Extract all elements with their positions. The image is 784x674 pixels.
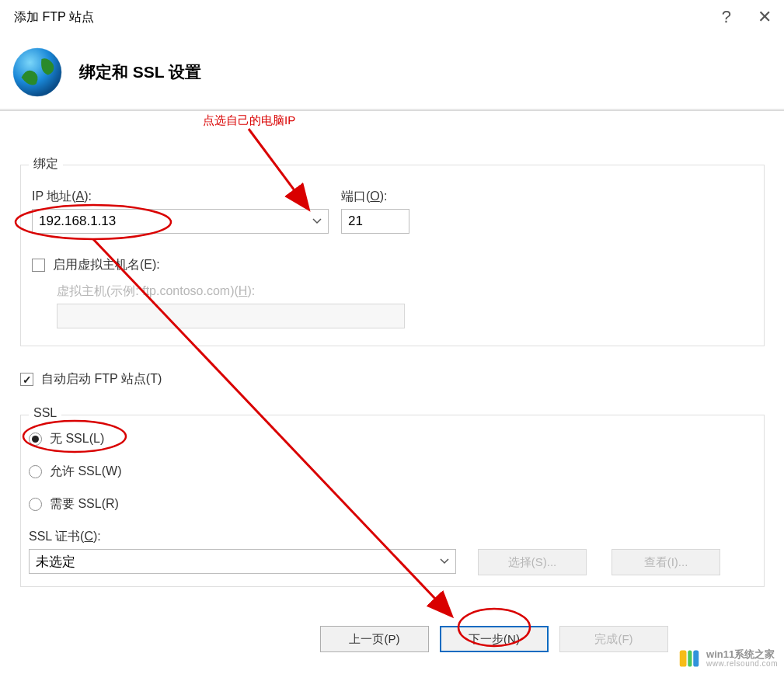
ip-address-label: IP 地址(A): (32, 189, 92, 205)
ssl-cert-label: SSL 证书(C): (29, 529, 101, 545)
ssl-group: SSL 无 SSL(L) 允许 SSL(W) 需要 SSL(R) SSL 证书(… (20, 415, 765, 587)
ip-address-combo[interactable]: 192.168.1.13 (32, 209, 329, 234)
vhost-hint-label: 虚拟主机(示例: ftp.contoso.com)(H): (57, 283, 255, 300)
wizard-header: 绑定和 SSL 设置 (0, 36, 784, 109)
view-cert-button: 查看(I)... (612, 549, 720, 575)
close-button[interactable]: ✕ (758, 7, 772, 27)
ssl-cert-combo[interactable]: 未选定 (29, 549, 456, 574)
radio-no-ssl-label: 无 SSL(L) (50, 431, 104, 447)
titlebar: 添加 FTP 站点 ? ✕ (0, 0, 784, 34)
enable-vhost-checkbox[interactable]: 启用虚拟主机名(E): (32, 257, 160, 273)
radio-allow-ssl-label: 允许 SSL(W) (50, 464, 121, 480)
watermark-line1: win11系统之家 (706, 649, 778, 660)
chevron-down-icon (312, 218, 322, 224)
header-divider-shadow (0, 110, 784, 111)
radio-require-ssl[interactable]: 需要 SSL(R) (29, 496, 119, 512)
watermark-line2: www.relsound.com (706, 660, 778, 669)
help-button[interactable]: ? (722, 7, 731, 27)
watermark-logo-icon (678, 648, 700, 669)
svg-rect-10 (693, 651, 699, 667)
next-button[interactable]: 下一步(N) (440, 626, 549, 652)
ssl-cert-value: 未选定 (36, 553, 75, 571)
checkbox-checked-icon (20, 373, 33, 386)
checkbox-unchecked-icon (32, 259, 45, 272)
select-cert-button: 选择(S)... (478, 549, 587, 575)
page-title: 绑定和 SSL 设置 (79, 61, 201, 83)
port-input[interactable]: 21 (341, 209, 409, 234)
finish-button: 完成(F) (559, 626, 668, 652)
binding-legend: 绑定 (29, 156, 63, 172)
ssl-legend: SSL (29, 406, 61, 420)
binding-group: 绑定 IP 地址(A): 192.168.1.13 端口(O): 21 启用虚拟… (20, 165, 765, 346)
radio-checked-icon (29, 433, 42, 446)
port-label: 端口(O): (341, 189, 388, 205)
radio-require-ssl-label: 需要 SSL(R) (50, 496, 119, 512)
svg-rect-8 (680, 651, 687, 667)
autostart-checkbox[interactable]: 自动启动 FTP 站点(T) (20, 371, 162, 387)
annotation-tip: 点选自己的电脑IP (203, 113, 295, 128)
radio-unchecked-icon (29, 465, 42, 478)
wizard-footer: 上一页(P) 下一步(N) 完成(F) (0, 621, 784, 674)
radio-unchecked-icon (29, 498, 42, 511)
ip-address-value: 192.168.1.13 (39, 214, 116, 229)
vhost-input (57, 304, 405, 328)
radio-no-ssl[interactable]: 无 SSL(L) (29, 431, 104, 447)
previous-button[interactable]: 上一页(P) (320, 626, 429, 652)
enable-vhost-label: 启用虚拟主机名(E): (53, 257, 160, 273)
svg-rect-9 (688, 651, 692, 667)
window-title: 添加 FTP 站点 (14, 9, 94, 26)
window-actions: ? ✕ (722, 7, 772, 27)
watermark: win11系统之家 www.relsound.com (678, 648, 778, 669)
radio-allow-ssl[interactable]: 允许 SSL(W) (29, 464, 121, 480)
autostart-label: 自动启动 FTP 站点(T) (41, 371, 162, 387)
chevron-down-icon (440, 558, 449, 565)
port-value: 21 (348, 214, 363, 229)
globe-icon (11, 46, 64, 99)
